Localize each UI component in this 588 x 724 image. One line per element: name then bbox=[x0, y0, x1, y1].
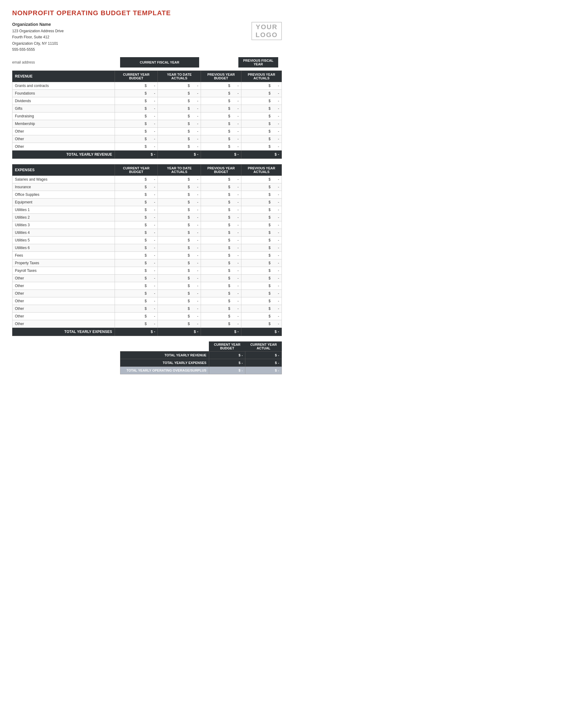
expense-row-col4: $ - bbox=[241, 274, 282, 282]
expense-row: Other $ - $ - $ - $ - bbox=[13, 274, 282, 282]
expense-row: Utilities 4 $ - $ - $ - $ - bbox=[13, 229, 282, 236]
revenue-total-row: TOTAL YEARLY REVENUE $- $- $- $- bbox=[13, 150, 282, 159]
expense-row-col4: $ - bbox=[241, 191, 282, 198]
expense-row-col1: $ - bbox=[114, 312, 158, 320]
expense-row-col1: $ - bbox=[114, 282, 158, 289]
expense-row: Payroll Taxes $ - $ - $ - $ - bbox=[13, 267, 282, 274]
expense-row-col4: $ - bbox=[241, 267, 282, 274]
expense-row-col4: $ - bbox=[241, 229, 282, 236]
expense-row-label: Other bbox=[13, 289, 115, 297]
expense-row-col4: $ - bbox=[241, 312, 282, 320]
current-fiscal-header: CURRENT FISCAL YEAR bbox=[120, 57, 199, 67]
expense-row: Utilities 1 $ - $ - $ - $ - bbox=[13, 206, 282, 213]
expense-row-col1: $ - bbox=[114, 221, 158, 229]
revenue-row-col1: $ - bbox=[114, 105, 158, 112]
expenses-total-col1: $- bbox=[114, 328, 158, 336]
revenue-row-col2: $ - bbox=[158, 143, 201, 150]
revenue-row-col2: $ - bbox=[158, 89, 201, 97]
revenue-row-col4: $ - bbox=[241, 89, 282, 97]
expense-row-col1: $ - bbox=[114, 198, 158, 206]
revenue-row-label: Other bbox=[13, 135, 115, 143]
revenue-total-col1: $- bbox=[114, 150, 158, 159]
expense-row-col2: $ - bbox=[158, 175, 201, 183]
expense-row-col2: $ - bbox=[158, 305, 201, 312]
expense-row-col4: $ - bbox=[241, 206, 282, 213]
expense-row-col3: $ - bbox=[201, 305, 241, 312]
expenses-section-label: EXPENSES bbox=[13, 164, 115, 175]
expense-row-col1: $ - bbox=[114, 320, 158, 328]
expense-row: Office Supplies $ - $ - $ - $ - bbox=[13, 191, 282, 198]
revenue-row-label: Other bbox=[13, 127, 115, 135]
expense-row-col4: $ - bbox=[241, 251, 282, 259]
expense-row-col4: $ - bbox=[241, 244, 282, 251]
page-title: NONPROFIT OPERATING BUDGET TEMPLATE bbox=[12, 9, 282, 17]
revenue-row-col4: $ - bbox=[241, 120, 282, 127]
revenue-row-label: Gifts bbox=[13, 105, 115, 112]
previous-fiscal-header: PREVIOUS FISCAL YEAR bbox=[238, 57, 278, 67]
expense-row-col1: $ - bbox=[114, 267, 158, 274]
expense-row-col1: $ - bbox=[114, 191, 158, 198]
revenue-total-col2: $- bbox=[158, 150, 201, 159]
expense-row-col2: $ - bbox=[158, 289, 201, 297]
expense-row: Utilities 2 $ - $ - $ - $ - bbox=[13, 213, 282, 221]
revenue-row-col2: $ - bbox=[158, 120, 201, 127]
expense-row-col4: $ - bbox=[241, 320, 282, 328]
summary-surplus-val2: $- bbox=[245, 367, 282, 374]
expenses-table: EXPENSES CURRENT YEAR BUDGET YEAR TO DAT… bbox=[12, 164, 282, 336]
expense-row-label: Other bbox=[13, 320, 115, 328]
revenue-row-label: Fundraising bbox=[13, 112, 115, 120]
expense-row-label: Utilities 3 bbox=[13, 221, 115, 229]
expense-row: Other $ - $ - $ - $ - bbox=[13, 297, 282, 305]
expense-row-col2: $ - bbox=[158, 297, 201, 305]
revenue-row: Other $ - $ - $ - $ - bbox=[13, 143, 282, 150]
expenses-total-col3: $- bbox=[201, 328, 241, 336]
expense-row-label: Equipment bbox=[13, 198, 115, 206]
summary-section: CURRENT YEAR BUDGET CURRENT YEAR ACTUAL … bbox=[12, 342, 282, 380]
revenue-row-col2: $ - bbox=[158, 135, 201, 143]
expense-row: Other $ - $ - $ - $ - bbox=[13, 312, 282, 320]
expenses-total-label: TOTAL YEARLY EXPENSES bbox=[13, 328, 115, 336]
summary-expenses-val2: $- bbox=[245, 359, 282, 367]
revenue-row-col1: $ - bbox=[114, 82, 158, 89]
expense-row-label: Fees bbox=[13, 251, 115, 259]
expense-row-col1: $ - bbox=[114, 297, 158, 305]
expense-row-col2: $ - bbox=[158, 282, 201, 289]
expense-row-col3: $ - bbox=[201, 244, 241, 251]
col-ytd-actuals: YEAR TO DATE ACTUALS bbox=[158, 70, 201, 82]
expense-row-col2: $ - bbox=[158, 244, 201, 251]
expense-row-col1: $ - bbox=[114, 244, 158, 251]
revenue-row-col1: $ - bbox=[114, 112, 158, 120]
expense-row-label: Utilities 4 bbox=[13, 229, 115, 236]
revenue-total-col4: $- bbox=[241, 150, 282, 159]
expense-row-col1: $ - bbox=[114, 274, 158, 282]
expense-row-col3: $ - bbox=[201, 206, 241, 213]
expense-row: Other $ - $ - $ - $ - bbox=[13, 282, 282, 289]
expense-row-col3: $ - bbox=[201, 289, 241, 297]
expense-row-label: Other bbox=[13, 312, 115, 320]
expense-row-col4: $ - bbox=[241, 175, 282, 183]
expense-row-col2: $ - bbox=[158, 206, 201, 213]
expense-row-col4: $ - bbox=[241, 183, 282, 191]
expense-row: Utilities 5 $ - $ - $ - $ - bbox=[13, 236, 282, 244]
revenue-row-col4: $ - bbox=[241, 97, 282, 105]
revenue-table: REVENUE CURRENT YEAR BUDGET YEAR TO DATE… bbox=[12, 70, 282, 159]
revenue-row-col1: $ - bbox=[114, 127, 158, 135]
expense-row-col1: $ - bbox=[114, 213, 158, 221]
expense-row-label: Property Taxes bbox=[13, 259, 115, 267]
expense-row-col1: $ - bbox=[114, 289, 158, 297]
expense-row-col2: $ - bbox=[158, 183, 201, 191]
revenue-row-label: Dividends bbox=[13, 97, 115, 105]
email-label: email address bbox=[12, 60, 120, 64]
expense-row-col3: $ - bbox=[201, 221, 241, 229]
expense-row-label: Utilities 1 bbox=[13, 206, 115, 213]
col-prev-actuals: PREVIOUS YEAR ACTUALS bbox=[241, 70, 282, 82]
expense-row-col2: $ - bbox=[158, 312, 201, 320]
col-current-budget: CURRENT YEAR BUDGET bbox=[114, 70, 158, 82]
summary-col2-header: CURRENT YEAR ACTUAL bbox=[245, 342, 282, 352]
revenue-row-col1: $ - bbox=[114, 89, 158, 97]
revenue-row-col1: $ - bbox=[114, 135, 158, 143]
expense-row-col2: $ - bbox=[158, 274, 201, 282]
revenue-total-col3: $- bbox=[201, 150, 241, 159]
summary-spacer bbox=[120, 342, 209, 352]
revenue-row-col4: $ - bbox=[241, 135, 282, 143]
